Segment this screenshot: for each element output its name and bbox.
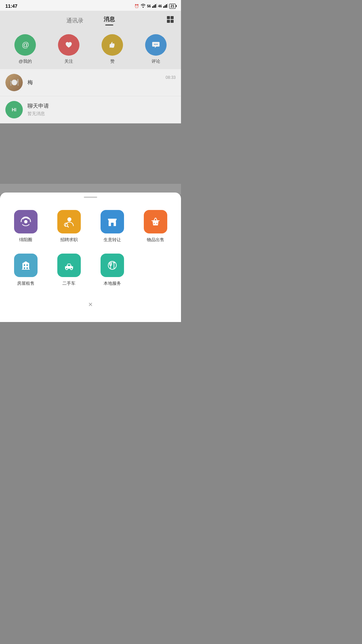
signal-bars-icon [152, 4, 157, 8]
svg-point-32 [66, 268, 68, 270]
svg-rect-11 [171, 20, 174, 23]
like-icon [102, 34, 123, 56]
svg-rect-6 [166, 4, 167, 8]
svg-rect-4 [163, 6, 164, 8]
battery-icon: 21 [169, 4, 176, 9]
avatar-chat-request: HI [5, 101, 23, 118]
svg-point-17 [24, 220, 27, 223]
svg-text:@: @ [22, 41, 29, 49]
fork-knife-icon [101, 254, 124, 277]
close-button[interactable]: × [84, 299, 97, 311]
svg-rect-31 [22, 269, 30, 270]
status-time: 11:47 [5, 3, 17, 9]
sheet-label-local-service: 本地服务 [104, 280, 121, 286]
message-name-mei: 梅 [27, 79, 161, 86]
sheet-item-business-transfer[interactable]: 生意转让 [90, 206, 134, 247]
notification-row: @ @我的 + 关注 赞 [0, 28, 181, 69]
svg-point-14 [154, 44, 155, 45]
sheet-item-used-car[interactable]: 二手车 [47, 250, 90, 290]
svg-rect-28 [26, 264, 28, 266]
alarm-icon: ⏰ [134, 4, 139, 8]
svg-rect-10 [167, 20, 170, 23]
top-nav: 通讯录 消息 [0, 11, 181, 28]
svg-point-16 [157, 44, 158, 45]
avatar-mei: 🍽️ [5, 74, 23, 91]
sheet-label-recruitment: 招聘求职 [60, 237, 78, 243]
building-icon [14, 254, 38, 277]
basket-icon [144, 210, 167, 233]
sheet-grid-row1: 绵阳圈 招聘求职 [0, 201, 181, 250]
sheet-handle-bar [84, 197, 97, 198]
notif-at-me[interactable]: @ @我的 [14, 34, 36, 64]
follow-icon: + [58, 34, 79, 56]
svg-rect-34 [68, 264, 70, 266]
svg-rect-5 [165, 5, 166, 8]
sheet-close: × [0, 296, 181, 312]
car-icon [57, 254, 81, 277]
status-bar: 11:47 ⏰ 56 46 [0, 0, 181, 11]
message-item-chat-request[interactable]: HI 聊天申请 暂无消息 [0, 96, 181, 123]
sheet-label-mianyang-circle: 绵阳圈 [19, 237, 32, 243]
follow-label: 关注 [64, 58, 73, 64]
notif-follow[interactable]: + 关注 [58, 34, 79, 64]
sheet-item-items-sale[interactable]: 物品出售 [134, 206, 177, 247]
sheet-item-local-service[interactable]: 本地服务 [90, 250, 134, 290]
wifi-icon [140, 4, 146, 8]
comment-label: 评论 [152, 58, 160, 64]
svg-rect-1 [154, 5, 155, 8]
nav-messages[interactable]: 消息 [94, 15, 125, 25]
svg-point-25 [156, 223, 157, 224]
store-icon [101, 210, 124, 233]
svg-rect-7 [167, 4, 168, 8]
notif-comment[interactable]: 评论 [145, 34, 167, 64]
like-label: 赞 [110, 58, 115, 64]
grid-menu-icon[interactable] [166, 15, 174, 25]
at-me-icon: @ [14, 34, 36, 56]
message-name-chat-request: 聊天申请 [27, 103, 176, 110]
grey-filler [0, 123, 181, 184]
sheet-item-mianyang-circle[interactable]: 绵阳圈 [4, 206, 47, 247]
message-content-mei: 梅 [27, 79, 161, 86]
person-search-icon [57, 210, 81, 233]
sheet-label-items-sale: 物品出售 [147, 237, 164, 243]
message-time-mei: 08:33 [166, 75, 176, 80]
svg-text:+: + [69, 41, 71, 45]
svg-rect-26 [22, 263, 29, 270]
signal-4g-icon: 46 [158, 4, 162, 8]
signal-bars2-icon [163, 4, 168, 8]
message-content-chat-request: 聊天申请 暂无消息 [27, 103, 176, 117]
sheet-label-house-rental: 房屋租售 [17, 280, 35, 286]
svg-rect-3 [156, 4, 157, 8]
svg-point-33 [70, 268, 72, 270]
sheet-handle [0, 193, 181, 201]
status-icons: ⏰ 56 46 21 [134, 4, 176, 9]
broadcast-icon [14, 210, 38, 233]
svg-rect-0 [152, 6, 153, 8]
svg-rect-27 [24, 264, 25, 266]
sheet-grid-row2: 房屋租售 二手车 [0, 250, 181, 296]
notif-like[interactable]: 赞 [102, 34, 123, 64]
sheet-item-house-rental[interactable]: 房屋租售 [4, 250, 47, 290]
comment-icon [145, 34, 167, 56]
svg-rect-8 [167, 16, 170, 19]
svg-line-20 [67, 226, 68, 227]
bottom-sheet: 绵阳圈 招聘求职 [0, 193, 181, 322]
sheet-item-recruitment[interactable]: 招聘求职 [47, 206, 90, 247]
signal-5g-icon: 56 [147, 4, 151, 8]
message-list: 🍽️ 梅 08:33 HI 聊天申请 暂无消息 [0, 69, 181, 123]
sheet-label-business-transfer: 生意转让 [104, 237, 121, 243]
sheet-label-used-car: 二手车 [62, 280, 75, 286]
svg-rect-2 [155, 4, 156, 8]
message-sub-chat-request: 暂无消息 [27, 111, 176, 117]
svg-rect-9 [171, 16, 174, 19]
nav-contacts[interactable]: 通讯录 [56, 17, 94, 24]
svg-point-18 [67, 217, 71, 221]
at-me-label: @我的 [18, 58, 32, 64]
svg-point-24 [154, 223, 155, 224]
svg-point-15 [156, 44, 157, 45]
svg-rect-23 [108, 219, 117, 220]
message-item-mei[interactable]: 🍽️ 梅 08:33 [0, 69, 181, 96]
svg-rect-22 [111, 223, 114, 226]
app-background: 通讯录 消息 @ @我的 + [0, 11, 181, 195]
